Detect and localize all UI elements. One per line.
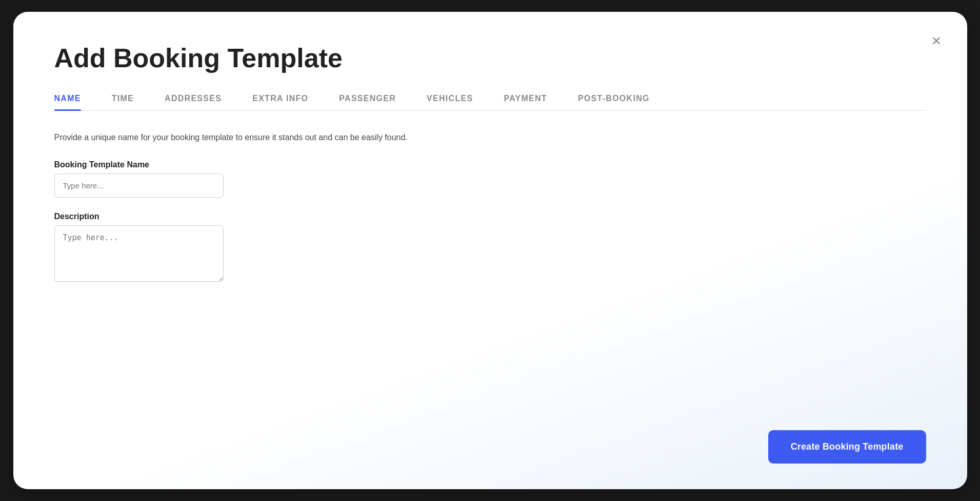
name-field-label: Booking Template Name [54,160,926,169]
description-textarea[interactable] [54,225,224,282]
close-button[interactable]: × [932,32,942,49]
modal-title: Add Booking Template [54,43,926,73]
tab-vehicles[interactable]: VEHICLES [427,94,473,110]
tab-time[interactable]: TIME [112,94,134,110]
create-booking-template-button[interactable]: Create Booking Template [768,430,926,464]
tab-payment[interactable]: PAYMENT [504,94,547,110]
tab-name[interactable]: NAME [54,94,81,110]
tab-addresses[interactable]: ADDRESSES [165,94,222,110]
tab-post-booking[interactable]: POST-BOOKING [578,94,650,110]
name-field-group: Booking Template Name [54,160,926,198]
description-field-label: Description [54,212,926,221]
form-section: Booking Template Name Description [54,160,926,282]
booking-template-name-input[interactable] [54,174,224,198]
footer-actions: Create Booking Template [768,430,926,464]
tab-passenger[interactable]: PASSENGER [339,94,396,110]
description-field-group: Description [54,212,926,282]
modal-container: Add Booking Template × NAME TIME ADDRESS… [13,12,967,489]
tab-navigation: NAME TIME ADDRESSES EXTRA INFO PASSENGER… [54,94,926,111]
tab-extra-info[interactable]: EXTRA INFO [252,94,308,110]
tab-description: Provide a unique name for your booking t… [54,131,926,144]
